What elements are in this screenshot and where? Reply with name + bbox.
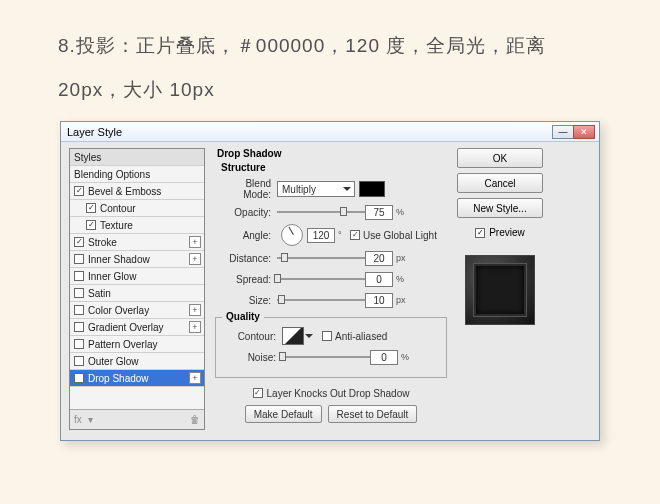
- style-checkbox[interactable]: [74, 237, 84, 247]
- opacity-slider[interactable]: [277, 211, 365, 213]
- style-row-color-overlay[interactable]: Color Overlay+: [70, 302, 204, 319]
- style-label: Gradient Overlay: [88, 322, 164, 333]
- style-row-inner-shadow[interactable]: Inner Shadow+: [70, 251, 204, 268]
- style-row-inner-glow[interactable]: Inner Glow: [70, 268, 204, 285]
- style-row-texture[interactable]: Texture: [70, 217, 204, 234]
- style-row-outer-glow[interactable]: Outer Glow: [70, 353, 204, 370]
- add-effect-icon[interactable]: +: [189, 321, 201, 333]
- drop-shadow-panel: Drop Shadow Structure Blend Mode: Multip…: [211, 148, 451, 426]
- blend-mode-label: Blend Mode:: [215, 178, 277, 200]
- quality-group: Quality Contour: Anti-aliased Noise: 0 %: [215, 317, 447, 378]
- layer-style-dialog: Layer Style — ✕ Styles Blending Options …: [60, 121, 600, 441]
- style-row-drop-shadow[interactable]: Drop Shadow+: [70, 370, 204, 387]
- style-label: Bevel & Emboss: [88, 186, 161, 197]
- opacity-label: Opacity:: [215, 207, 277, 218]
- make-default-button[interactable]: Make Default: [245, 405, 322, 423]
- blending-options-row[interactable]: Blending Options: [70, 166, 204, 183]
- ok-button[interactable]: OK: [457, 148, 543, 168]
- percent-unit: %: [396, 207, 408, 217]
- spread-slider[interactable]: [277, 278, 365, 280]
- px-unit2: px: [396, 295, 408, 305]
- preview-image: [465, 255, 535, 325]
- fx-icon[interactable]: fx: [74, 414, 82, 425]
- styles-list: Styles Blending Options Bevel & EmbossCo…: [69, 148, 205, 430]
- add-effect-icon[interactable]: +: [189, 304, 201, 316]
- minimize-button[interactable]: —: [552, 125, 574, 139]
- global-light-label: Use Global Light: [363, 230, 437, 241]
- opacity-input[interactable]: 75: [365, 205, 393, 220]
- titlebar[interactable]: Layer Style — ✕: [61, 122, 599, 142]
- distance-label: Distance:: [215, 253, 277, 264]
- style-checkbox[interactable]: [86, 220, 96, 230]
- panel-title: Drop Shadow: [217, 148, 447, 159]
- add-effect-icon[interactable]: +: [189, 372, 201, 384]
- noise-input[interactable]: 0: [370, 350, 398, 365]
- style-row-bevel-emboss[interactable]: Bevel & Emboss: [70, 183, 204, 200]
- size-slider[interactable]: [277, 299, 365, 301]
- style-label: Contour: [100, 203, 136, 214]
- angle-dial[interactable]: [281, 224, 303, 246]
- distance-input[interactable]: 20: [365, 251, 393, 266]
- style-label: Pattern Overlay: [88, 339, 157, 350]
- add-effect-icon[interactable]: +: [189, 236, 201, 248]
- preview-checkbox[interactable]: [475, 228, 485, 238]
- style-row-contour[interactable]: Contour: [70, 200, 204, 217]
- style-label: Color Overlay: [88, 305, 149, 316]
- contour-picker[interactable]: [282, 327, 304, 345]
- knockout-checkbox[interactable]: [253, 388, 263, 398]
- style-checkbox[interactable]: [74, 305, 84, 315]
- style-row-stroke[interactable]: Stroke+: [70, 234, 204, 251]
- knockout-label: Layer Knocks Out Drop Shadow: [267, 388, 410, 399]
- contour-label: Contour:: [220, 331, 282, 342]
- style-label: Satin: [88, 288, 111, 299]
- style-row-pattern-overlay[interactable]: Pattern Overlay: [70, 336, 204, 353]
- style-label: Inner Shadow: [88, 254, 150, 265]
- style-checkbox[interactable]: [74, 356, 84, 366]
- quality-label: Quality: [222, 311, 264, 322]
- antialias-label: Anti-aliased: [335, 331, 387, 342]
- style-checkbox[interactable]: [74, 339, 84, 349]
- size-input[interactable]: 10: [365, 293, 393, 308]
- blend-mode-select[interactable]: Multiply: [277, 181, 355, 197]
- new-style-button[interactable]: New Style...: [457, 198, 543, 218]
- size-label: Size:: [215, 295, 277, 306]
- style-checkbox[interactable]: [74, 288, 84, 298]
- styles-footer: fx ▾ 🗑: [70, 409, 204, 429]
- close-button[interactable]: ✕: [573, 125, 595, 139]
- style-checkbox[interactable]: [86, 203, 96, 213]
- right-column: OK Cancel New Style... Preview: [457, 148, 543, 325]
- angle-label: Angle:: [215, 230, 277, 241]
- pct-unit2: %: [396, 274, 408, 284]
- style-checkbox[interactable]: [74, 186, 84, 196]
- style-row-gradient-overlay[interactable]: Gradient Overlay+: [70, 319, 204, 336]
- style-checkbox[interactable]: [74, 373, 84, 383]
- style-checkbox[interactable]: [74, 254, 84, 264]
- px-unit: px: [396, 253, 408, 263]
- pct-unit3: %: [401, 352, 413, 362]
- angle-input[interactable]: 120: [307, 228, 335, 243]
- cancel-button[interactable]: Cancel: [457, 173, 543, 193]
- add-effect-icon[interactable]: +: [189, 253, 201, 265]
- spread-input[interactable]: 0: [365, 272, 393, 287]
- shadow-color-swatch[interactable]: [359, 181, 385, 197]
- reset-default-button[interactable]: Reset to Default: [328, 405, 418, 423]
- distance-slider[interactable]: [277, 257, 365, 259]
- style-label: Drop Shadow: [88, 373, 149, 384]
- dialog-title: Layer Style: [67, 126, 553, 138]
- style-row-satin[interactable]: Satin: [70, 285, 204, 302]
- global-light-checkbox[interactable]: [350, 230, 360, 240]
- trash-icon[interactable]: 🗑: [190, 414, 200, 425]
- antialias-checkbox[interactable]: [322, 331, 332, 341]
- style-checkbox[interactable]: [74, 271, 84, 281]
- fx-menu-icon[interactable]: ▾: [88, 414, 93, 425]
- style-label: Outer Glow: [88, 356, 139, 367]
- styles-header[interactable]: Styles: [70, 149, 204, 166]
- style-label: Texture: [100, 220, 133, 231]
- noise-slider[interactable]: [282, 356, 370, 358]
- noise-label: Noise:: [220, 352, 282, 363]
- style-checkbox[interactable]: [74, 322, 84, 332]
- preview-label: Preview: [489, 227, 525, 238]
- degree-unit: °: [338, 230, 350, 240]
- spread-label: Spread:: [215, 274, 277, 285]
- style-label: Stroke: [88, 237, 117, 248]
